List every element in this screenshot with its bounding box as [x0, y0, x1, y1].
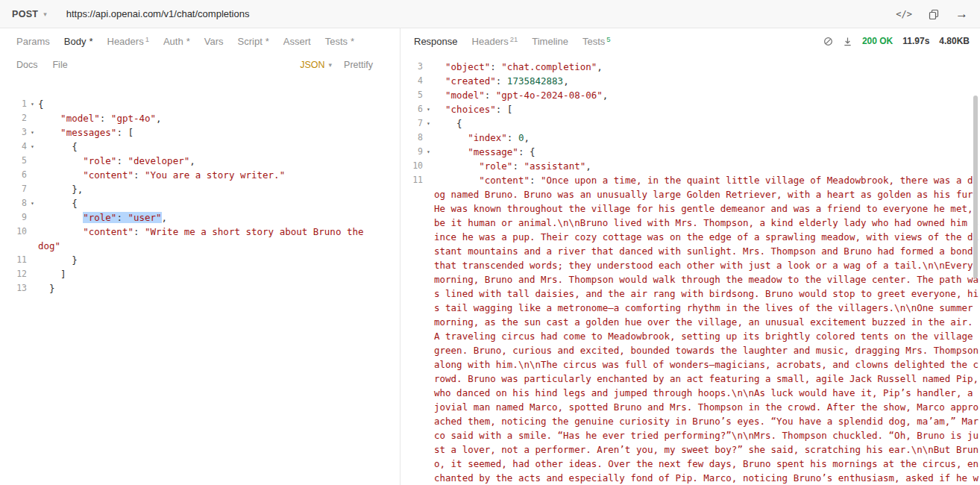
draft-indicator: *: [186, 36, 190, 47]
tab-vars[interactable]: Vars: [204, 36, 224, 47]
code-text: }: [38, 253, 386, 267]
response-body-viewer[interactable]: 3 "object": "chat.completion",4 "created…: [401, 54, 980, 485]
line-number: 3: [405, 60, 423, 74]
line-number: 6: [405, 102, 423, 116]
line-number: 7: [405, 116, 423, 131]
body-toolbar: Docs File JSON ▾ Prettify: [0, 54, 400, 76]
method-select[interactable]: POST ▾: [12, 9, 47, 19]
fold-toggle-icon[interactable]: ▾: [27, 196, 38, 210]
code-text: "model": "gpt-4o",: [38, 111, 386, 125]
code-line: 10 "content": "Write me a short story ab…: [9, 225, 400, 253]
code-text: "role": "user",: [38, 210, 386, 225]
code-line: 13 }: [9, 281, 400, 295]
subtab-file[interactable]: File: [52, 60, 67, 70]
clear-response-icon[interactable]: [823, 37, 833, 46]
request-body-editor[interactable]: 1▾{2 "model": "gpt-4o",3▾ "messages": [4…: [0, 76, 400, 485]
code-text: "content": "You are a story writer.": [38, 168, 386, 182]
code-line: 6▾ "choices": [: [405, 102, 980, 116]
fold-toggle-icon[interactable]: ▾: [423, 116, 434, 131]
tab-assert[interactable]: Assert: [283, 36, 311, 47]
code-line: 3▾ "messages": [: [9, 125, 400, 140]
line-number: 11: [9, 253, 27, 267]
fold-toggle-icon[interactable]: ▾: [423, 102, 434, 116]
code-text: "role": "assistant",: [434, 159, 979, 173]
url-input[interactable]: https://api.openai.com/v1/chat/completio…: [66, 8, 896, 19]
tab-body[interactable]: Body*: [64, 36, 93, 47]
code-line: 11 }: [9, 253, 400, 267]
line-number: 9: [405, 145, 423, 159]
request-tabs: Params Body* Headers1 Auth* Vars Script*…: [0, 28, 400, 54]
code-line: 7▾ {: [405, 116, 980, 131]
code-text: "model": "gpt-4o-2024-08-06",: [434, 88, 979, 102]
code-text: "choices": [: [434, 102, 979, 116]
response-tabs: Response Headers21 Timeline Tests5: [414, 28, 611, 54]
code-line: 2 "model": "gpt-4o",: [9, 111, 400, 125]
scrollbar[interactable]: [973, 96, 978, 278]
line-number: 10: [9, 225, 27, 239]
tab-params[interactable]: Params: [16, 36, 50, 47]
code-line: 10 "role": "assistant",: [405, 159, 980, 173]
code-line: 5 "model": "gpt-4o-2024-08-06",: [405, 88, 980, 102]
code-line: 4▾ {: [9, 140, 400, 154]
send-request-icon[interactable]: →: [955, 7, 968, 20]
prettify-button[interactable]: Prettify: [344, 60, 373, 70]
response-size: 4.80KB: [939, 36, 970, 46]
tab-auth[interactable]: Auth*: [163, 36, 190, 47]
line-number: 3: [9, 125, 27, 140]
tab-script[interactable]: Script*: [238, 36, 269, 47]
fold-toggle-icon[interactable]: ▾: [27, 125, 38, 140]
topbar-actions: </> →: [896, 7, 968, 20]
download-response-icon[interactable]: [843, 37, 852, 46]
method-label: POST: [12, 9, 38, 19]
code-text: },: [38, 182, 386, 196]
line-number: 4: [405, 74, 423, 88]
tab-timeline[interactable]: Timeline: [532, 36, 568, 47]
code-text: ]: [38, 267, 386, 281]
fold-toggle-icon[interactable]: ▾: [423, 145, 434, 159]
code-line: 11 "content": "Once upon a time, in the …: [405, 173, 980, 485]
tab-response-tests[interactable]: Tests5: [582, 36, 611, 47]
draft-indicator: *: [351, 36, 354, 47]
response-header: Response Headers21 Timeline Tests5 200 O…: [401, 28, 980, 54]
code-text: "messages": [: [38, 125, 386, 140]
code-text: "role": "developer",: [38, 154, 386, 168]
copy-icon[interactable]: [929, 9, 939, 19]
code-line: 7 },: [9, 182, 400, 196]
response-time: 11.97s: [902, 36, 929, 46]
line-number: 9: [9, 210, 27, 225]
line-number: 4: [9, 140, 27, 154]
code-text: {: [38, 97, 386, 111]
line-number: 11: [405, 173, 423, 187]
line-number: 2: [9, 111, 27, 125]
chevron-down-icon: ▾: [43, 10, 47, 18]
headers-count-badge: 21: [510, 35, 518, 43]
code-line: 8 "index": 0,: [405, 131, 980, 145]
draft-indicator: *: [89, 36, 92, 47]
code-line: 9 "role": "user",: [9, 210, 400, 225]
tab-response-headers[interactable]: Headers21: [472, 36, 518, 47]
code-snippet-icon[interactable]: </>: [896, 9, 912, 19]
code-text: "created": 1735842883,: [434, 74, 979, 88]
code-text: "message": {: [434, 145, 979, 159]
code-line: 8▾ {: [9, 196, 400, 210]
body-mode-select[interactable]: JSON: [300, 60, 324, 70]
tab-headers[interactable]: Headers1: [107, 36, 149, 47]
code-text: "index": 0,: [434, 131, 979, 145]
code-line: 4 "created": 1735842883,: [405, 74, 980, 88]
code-text: {: [434, 116, 979, 131]
tab-tests[interactable]: Tests*: [325, 36, 354, 47]
line-number: 7: [9, 182, 27, 196]
code-text: {: [38, 196, 386, 210]
headers-count-badge: 1: [145, 35, 149, 43]
line-number: 5: [405, 88, 423, 102]
fold-toggle-icon[interactable]: ▾: [27, 97, 38, 111]
fold-toggle-icon[interactable]: ▾: [27, 140, 38, 154]
body-subtabs: Docs File: [16, 60, 68, 70]
subtab-docs[interactable]: Docs: [16, 60, 37, 70]
response-pane: Response Headers21 Timeline Tests5 200 O…: [401, 28, 980, 485]
request-pane: Params Body* Headers1 Auth* Vars Script*…: [0, 28, 401, 485]
tab-response[interactable]: Response: [414, 36, 458, 47]
response-meta: 200 OK 11.97s 4.80KB: [823, 36, 970, 46]
code-text: "content": "Write me a short story about…: [38, 225, 386, 253]
line-number: 12: [9, 267, 27, 281]
